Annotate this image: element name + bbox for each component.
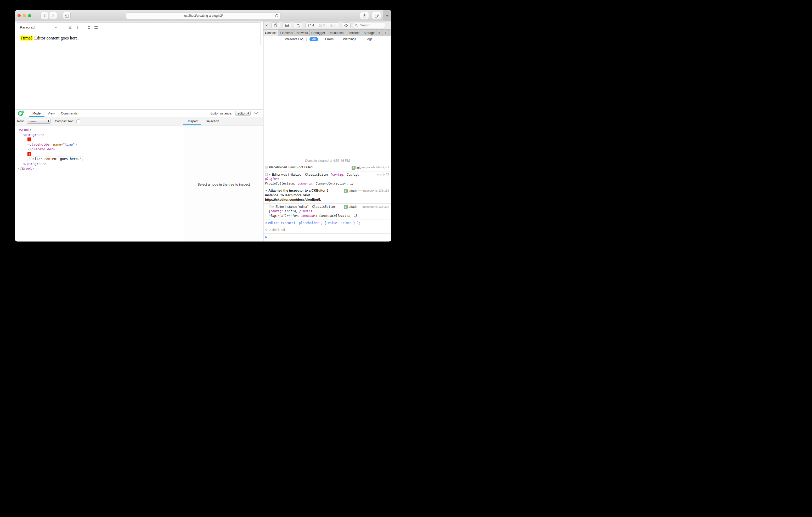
console-scope-warnings[interactable]: Warnings [340, 37, 359, 41]
address-bar[interactable]: localhost/creating-a-plugin2/ [126, 12, 281, 19]
devtools-new-tab-button[interactable]: + [382, 30, 388, 36]
disclosure-triangle-icon[interactable]: ▶ [269, 173, 271, 176]
editor-instance-label: Editor instance: [210, 112, 232, 115]
editor-paragraph-text: Editor content goes here. [33, 35, 79, 40]
chevron-left-icon [44, 14, 46, 17]
model-tree-node[interactable]: </paragraph> [15, 161, 184, 166]
reload-page-button[interactable] [294, 23, 302, 28]
bulleted-list-button[interactable] [92, 24, 99, 31]
model-tree-node[interactable]: <paragraph> [15, 132, 184, 138]
element-picker-button[interactable] [342, 23, 351, 28]
model-tree-node[interactable]: </$root> [15, 166, 184, 171]
editor-content-area[interactable]: {time} Editor content goes here. [17, 32, 261, 45]
heading-dropdown[interactable]: Paragraph [20, 25, 60, 29]
ckeditor-inspector-panel: 5 ModelViewCommands Editor instance: edi… [15, 110, 263, 242]
traffic-lights [18, 14, 31, 17]
console-prompt[interactable] [263, 234, 392, 242]
warning-count[interactable]: 0 [327, 24, 339, 27]
inspector-tab-commands[interactable]: Commands [58, 110, 81, 117]
browser-titlebar: localhost/creating-a-plugin2/ [15, 10, 392, 22]
disclosure-triangle-icon[interactable]: ▼ [265, 189, 267, 192]
italic-button[interactable]: I [74, 24, 81, 31]
back-button[interactable] [40, 12, 49, 19]
reload-button[interactable] [275, 14, 278, 18]
console-scope-errors[interactable]: Errors [322, 37, 336, 41]
collapse-panel-button[interactable] [254, 112, 258, 115]
error-count[interactable]: 0 [317, 24, 327, 27]
compact-text-label: Compact text: [55, 119, 74, 123]
bold-button[interactable]: B [66, 24, 74, 31]
split-console-button[interactable] [283, 23, 291, 28]
devtools-tab-timelines[interactable]: Timelines [345, 30, 362, 36]
sidebar-toggle-button[interactable] [63, 12, 70, 19]
source-location-link[interactable]: inspector.js:133:182 [362, 189, 389, 193]
console-row-log: finit—placeholderui.js:7PlaceholderUI#in… [263, 164, 392, 171]
numbered-list-button[interactable]: 1 2 [85, 24, 92, 31]
editor-instance-select[interactable]: editor [235, 111, 251, 116]
console-scope-all[interactable]: All [310, 37, 318, 41]
zoom-window-button[interactable] [28, 14, 31, 17]
compact-text-checkbox[interactable] [77, 119, 80, 123]
console-row-log[interactable]: fattach—inspector.js:133:182▼Attached th… [263, 187, 392, 204]
minimize-window-button[interactable] [23, 14, 26, 17]
console-row-log[interactable]: fattach—inspector.js:133:326▶Editor inst… [263, 204, 392, 220]
source-location-link[interactable]: app.js:21 [377, 173, 389, 177]
console-message-link[interactable]: https://ckeditor.com/docs/ckeditor5 [265, 198, 320, 202]
devtools-tab-network[interactable]: Network [295, 30, 310, 36]
model-tree-node[interactable]: ] [15, 152, 184, 157]
source-location-link[interactable]: placeholderui.js:7 [366, 165, 389, 170]
editor-toolbar: Paragraph B I 1 2 [17, 23, 261, 32]
console-filter-bar: Preserve Log AllErrorsWarningsLogs [263, 36, 392, 42]
console-result-value: undefined [269, 228, 285, 232]
inspect-tabbar: InspectSelection [184, 117, 263, 125]
inspect-tab-inspect[interactable]: Inspect [184, 117, 202, 125]
devtools-tab-storage[interactable]: Storage [362, 30, 376, 36]
console-row-command: editor.execute( 'placeholder', { value: … [263, 220, 392, 227]
forward-button[interactable] [49, 12, 57, 19]
search-icon [355, 24, 359, 27]
devtools-toolbar: ✕ [263, 22, 392, 30]
dock-side-button[interactable] [271, 23, 280, 28]
devtools-settings-button[interactable] [388, 30, 392, 36]
console-row-log[interactable]: app.js:21▶Editor was initialized – Class… [263, 172, 392, 188]
url-text: localhost/creating-a-plugin2/ [183, 14, 223, 18]
model-tree-node[interactable]: "Editor content goes here." [15, 157, 184, 161]
preserve-log-checkbox[interactable] [280, 38, 283, 41]
web-inspector-panel: ✕ [263, 22, 392, 242]
console-scope-logs[interactable]: Logs [363, 37, 375, 41]
devtools-tab-overflow-button[interactable]: » [376, 30, 382, 36]
tab-overview-button[interactable] [372, 12, 381, 19]
model-tree-node[interactable]: <$root> [15, 127, 184, 132]
inspector-tab-view[interactable]: View [45, 110, 58, 117]
console-log-area: Console cleared at 4:53:46 PM finit—plac… [263, 42, 392, 242]
select-arrows-icon [248, 112, 249, 115]
crosshair-icon [344, 24, 348, 27]
source-location-link[interactable]: inspector.js:133:326 [362, 205, 389, 209]
reload-icon [275, 14, 278, 18]
close-window-button[interactable] [18, 14, 21, 17]
devtools-tab-debugger[interactable]: Debugger [310, 30, 327, 36]
devtools-tab-elements[interactable]: Elements [278, 30, 295, 36]
inspector-tab-model[interactable]: Model [29, 110, 45, 117]
function-badge-icon: f [344, 189, 348, 193]
ckeditor-logo-icon: 5 [18, 110, 25, 117]
close-devtools-button[interactable]: ✕ [264, 24, 269, 27]
devtools-tab-console[interactable]: Console [263, 30, 278, 36]
new-tab-button[interactable]: + [383, 10, 392, 22]
share-button[interactable] [360, 12, 369, 19]
model-tree-node[interactable]: [ [15, 137, 184, 142]
devtools-tab-resources[interactable]: Resources [327, 30, 345, 36]
model-tree-node[interactable]: </placeholder> [15, 147, 184, 152]
model-tree-node[interactable]: <placeholder name="time"> [15, 142, 184, 147]
root-select[interactable]: main [27, 119, 51, 124]
devtools-search-field[interactable]: Search [353, 23, 385, 28]
resource-count[interactable]: 4 [306, 24, 317, 27]
console-row-result: undefined [263, 227, 392, 234]
log-stack-icon [265, 173, 268, 176]
inspect-tab-selection[interactable]: Selection [202, 117, 223, 125]
disclosure-triangle-icon[interactable]: ▶ [272, 205, 274, 208]
placeholder-widget[interactable]: {time} [21, 35, 33, 40]
tabs-overview-icon [375, 14, 379, 18]
plus-icon: + [386, 13, 389, 18]
log-stack-icon [269, 205, 271, 208]
